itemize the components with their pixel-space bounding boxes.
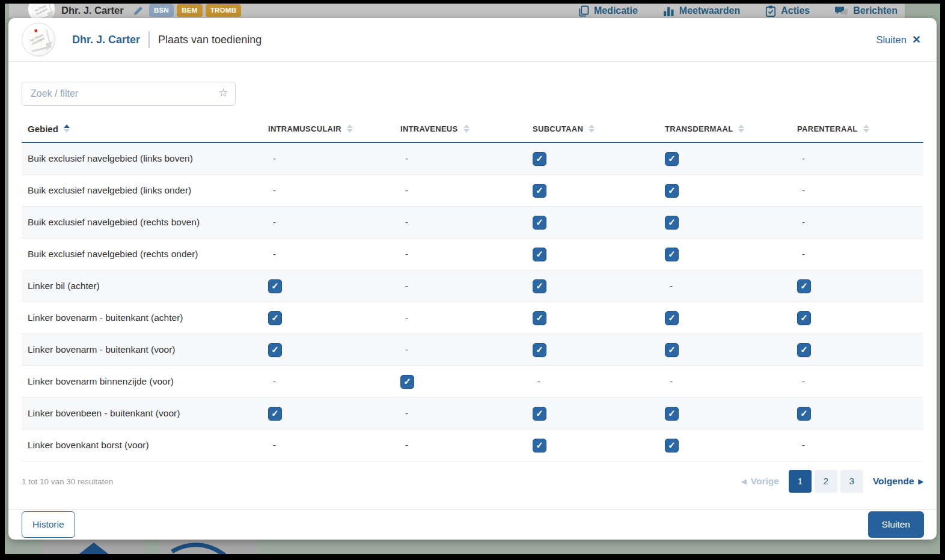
empty-dash: - [400, 408, 408, 418]
search-input[interactable] [22, 82, 236, 106]
nav-medicatie[interactable]: Medicatie [578, 5, 638, 17]
empty-dash: - [400, 281, 408, 291]
table-row: Linker bovenkant borst (voor)--✓✓- [22, 430, 923, 461]
column-header-subcutaan[interactable]: SUBCUTAAN [527, 124, 659, 133]
value-cell: ✓ [791, 311, 923, 325]
modal-body: ☆ Gebied INTRAMUSCULAIR INTRAVENE [8, 62, 937, 509]
badge-bem[interactable]: BEM [177, 4, 202, 17]
value-cell: - [394, 344, 527, 355]
table-row: Buik exclusief navelgebied (links boven)… [22, 143, 923, 175]
area-label: Linker bovenarm - buitenkant (voor) [22, 344, 262, 355]
sort-icon[interactable] [738, 124, 744, 133]
chevron-right-icon: ▶ [919, 478, 923, 485]
page-button-2[interactable]: 2 [815, 470, 837, 493]
nav-berichten[interactable]: Berichten [835, 5, 898, 17]
value-cell: ✓ [527, 216, 659, 230]
column-header-intramusculair[interactable]: INTRAMUSCULAIR [262, 124, 394, 133]
sort-icon[interactable] [64, 124, 70, 133]
column-header-transdermaal[interactable]: TRANSDERMAAL [659, 124, 791, 133]
checkbox-checked[interactable]: ✓ [268, 343, 282, 357]
checkbox-checked[interactable]: ✓ [533, 216, 546, 230]
checkbox-checked[interactable]: ✓ [665, 152, 679, 166]
checkbox-checked[interactable]: ✓ [665, 311, 679, 325]
modal-footer: Historie Sluiten [8, 509, 937, 540]
nav-label: Berichten [853, 5, 898, 16]
area-label: Linker bil (achter) [22, 281, 262, 291]
checkbox-checked[interactable]: ✓ [533, 407, 546, 421]
value-cell: - [262, 185, 394, 196]
checkbox-checked[interactable]: ✓ [400, 375, 414, 389]
column-header-parenteraal[interactable]: PARENTERAAL [791, 124, 923, 133]
checkbox-checked[interactable]: ✓ [797, 407, 811, 421]
empty-dash: - [797, 376, 805, 386]
no-photo-note: No Photo Available [31, 4, 51, 19]
area-label: Buik exclusief navelgebied (links boven) [22, 153, 262, 164]
checkbox-checked[interactable]: ✓ [665, 439, 679, 452]
modal-patient-name: Dhr. J. Carter [72, 34, 140, 46]
nav-acties[interactable]: Acties [765, 5, 810, 17]
close-modal-button[interactable]: Sluiten ✕ [876, 33, 921, 46]
modal-header: No Photo Available Dhr. J. Carter Plaats… [8, 18, 937, 62]
sluiten-button[interactable]: Sluiten [868, 511, 924, 538]
page-buttons: 123 [789, 470, 863, 493]
no-photo-note: No Photo Available [27, 29, 50, 51]
checkbox-checked[interactable]: ✓ [533, 184, 546, 198]
column-header-intraveneus[interactable]: INTRAVENEUS [394, 124, 527, 133]
checkbox-checked[interactable]: ✓ [533, 152, 546, 166]
sort-icon[interactable] [463, 124, 469, 133]
next-page-button[interactable]: Volgende ▶ [873, 476, 923, 487]
edit-pencil-icon[interactable] [133, 6, 143, 16]
value-cell: ✓ [659, 439, 791, 452]
value-cell: ✓ [659, 311, 791, 325]
checkbox-checked[interactable]: ✓ [797, 279, 811, 293]
badge-bsn[interactable]: BSN [149, 4, 174, 17]
chat-bubbles-icon [835, 5, 848, 17]
checkbox-checked[interactable]: ✓ [665, 184, 679, 198]
checkbox-checked[interactable]: ✓ [268, 279, 282, 293]
checkbox-checked[interactable]: ✓ [533, 311, 546, 325]
empty-dash: - [400, 344, 408, 355]
table-row: Buik exclusief navelgebied (links onder)… [22, 175, 923, 207]
checkbox-checked[interactable]: ✓ [533, 439, 546, 452]
checkbox-checked[interactable]: ✓ [268, 407, 282, 421]
empty-dash: - [400, 312, 408, 323]
sort-icon[interactable] [863, 124, 869, 133]
checkbox-checked[interactable]: ✓ [665, 248, 679, 261]
empty-dash: - [268, 440, 276, 450]
value-cell: - [262, 376, 394, 387]
empty-dash: - [797, 249, 805, 259]
app-background: No Photo Available Dhr. J. Carter BSN BE… [5, 4, 940, 554]
empty-dash: - [797, 440, 805, 450]
value-cell: - [394, 281, 527, 291]
value-cell: - [791, 249, 923, 260]
value-cell: ✓ [262, 279, 394, 293]
value-cell: - [394, 440, 527, 451]
title-separator [148, 31, 150, 48]
checkbox-checked[interactable]: ✓ [665, 216, 679, 230]
sort-icon[interactable] [589, 124, 595, 133]
table-row: Linker bil (achter)✓-✓-✓ [22, 270, 923, 302]
sort-icon[interactable] [347, 124, 353, 133]
column-header-gebied[interactable]: Gebied [22, 124, 262, 134]
value-cell: ✓ [659, 343, 791, 357]
checkbox-checked[interactable]: ✓ [268, 311, 282, 325]
historie-button[interactable]: Historie [22, 511, 75, 538]
checkbox-checked[interactable]: ✓ [797, 343, 811, 357]
page-button-1[interactable]: 1 [789, 470, 812, 493]
value-cell: - [394, 312, 527, 323]
badge-tromb[interactable]: TROMB [206, 4, 242, 17]
checkbox-checked[interactable]: ✓ [533, 279, 546, 293]
nav-meetwaarden[interactable]: Meetwaarden [663, 5, 740, 17]
checkbox-checked[interactable]: ✓ [665, 343, 679, 357]
page-button-3[interactable]: 3 [840, 470, 863, 493]
checkbox-checked[interactable]: ✓ [533, 248, 546, 261]
previous-page-button[interactable]: ◀ Vorige [741, 476, 779, 487]
pagination: ◀ Vorige 123 Volgende ▶ [741, 470, 923, 493]
favorite-star-icon[interactable]: ☆ [218, 86, 228, 100]
checkbox-checked[interactable]: ✓ [797, 311, 811, 325]
empty-dash: - [797, 217, 805, 227]
value-cell: ✓ [262, 343, 394, 357]
table-row: Linker bovenarm binnenzijde (voor)-✓--- [22, 366, 923, 398]
checkbox-checked[interactable]: ✓ [665, 407, 679, 421]
checkbox-checked[interactable]: ✓ [533, 343, 546, 357]
